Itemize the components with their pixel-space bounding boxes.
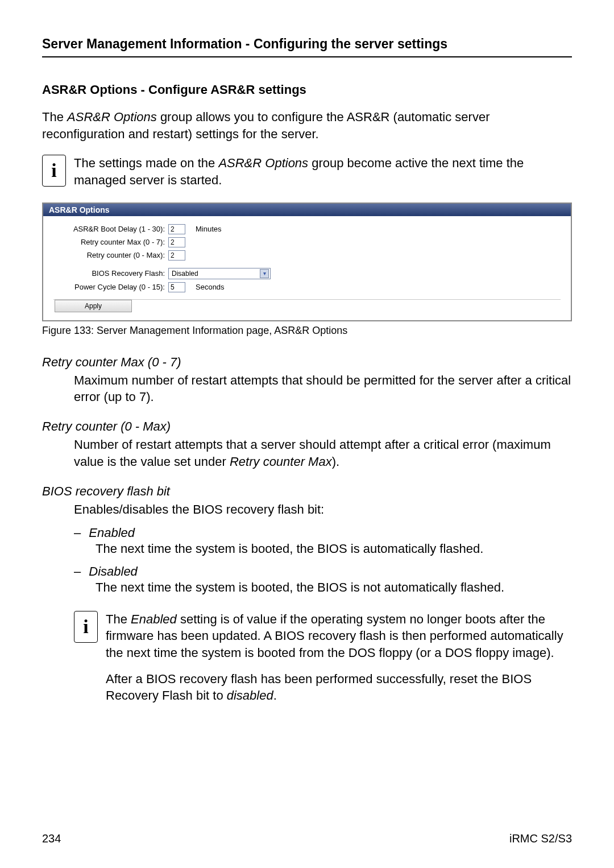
- row-bios-flash: BIOS Recovery Flash: Disabled ▾: [53, 268, 561, 279]
- power-delay-input[interactable]: 5: [168, 282, 185, 292]
- retry-input[interactable]: 2: [168, 250, 185, 261]
- intro-italic: ASR&R Options: [67, 110, 157, 124]
- figure-caption: Figure 133: Server Management Informatio…: [42, 325, 572, 337]
- def-retry-post: ).: [332, 454, 339, 469]
- retry-max-label: Retry counter Max (0 - 7):: [53, 238, 168, 246]
- row-power-delay: Power Cycle Delay (0 - 15): 5 Seconds: [53, 282, 561, 292]
- dash-icon: –: [74, 526, 81, 540]
- term-retry-max: Retry counter Max (0 - 7): [42, 355, 572, 370]
- bios-flash-label: BIOS Recovery Flash:: [53, 269, 168, 278]
- figure-body: ASR&R Boot Delay (1 - 30): 2 Minutes Ret…: [43, 216, 571, 320]
- term-retry: Retry counter (0 - Max): [42, 419, 572, 434]
- row-retry-max: Retry counter Max (0 - 7): 2: [53, 237, 561, 247]
- info-icon-glyph: i: [51, 161, 56, 180]
- def-bios: Enables/disables the BIOS recovery flash…: [74, 501, 572, 518]
- bios-subnote: i The Enabled setting is of value if the…: [74, 611, 572, 713]
- note-block: i The settings made on the ASR&R Options…: [42, 155, 572, 188]
- subnote2-italic: disabled: [227, 688, 273, 702]
- dash-icon: –: [74, 564, 81, 579]
- note1-pre: The settings made on the: [74, 156, 218, 170]
- retry-max-input[interactable]: 2: [168, 237, 185, 247]
- subnote-text: The Enabled setting is of value if the o…: [106, 611, 572, 713]
- retry-label: Retry counter (0 - Max):: [53, 251, 168, 259]
- footer-right: iRMC S2/S3: [509, 832, 572, 845]
- page-header: Server Management Information - Configur…: [42, 36, 572, 52]
- subnote-pre: The: [106, 612, 131, 626]
- enabled-label: Enabled: [89, 526, 135, 540]
- figure-titlebar: ASR&R Options: [43, 204, 571, 216]
- chevron-down-icon: ▾: [260, 269, 269, 278]
- disabled-label: Disabled: [89, 564, 138, 579]
- row-retry: Retry counter (0 - Max): 2: [53, 250, 561, 261]
- apply-button[interactable]: Apply: [55, 300, 132, 312]
- subnote-italic1: Enabled: [131, 612, 177, 626]
- subnote2-post: .: [273, 688, 277, 702]
- bios-flash-value: Disabled: [172, 270, 198, 278]
- disabled-text: The next time the system is booted, the …: [96, 579, 572, 596]
- power-delay-unit: Seconds: [196, 283, 225, 291]
- info-icon: i: [42, 155, 66, 187]
- def-retry-italic: Retry counter Max: [230, 454, 332, 469]
- boot-delay-unit: Minutes: [196, 225, 222, 233]
- subitem-disabled: – Disabled The next time the system is b…: [74, 564, 572, 596]
- section-title: ASR&R Options - Configure ASR&R settings: [42, 82, 572, 97]
- subnote2-pre: After a BIOS recovery flash has been per…: [106, 672, 532, 703]
- boot-delay-input[interactable]: 2: [168, 224, 185, 234]
- figure-panel: ASR&R Options ASR&R Boot Delay (1 - 30):…: [42, 202, 572, 321]
- def-retry: Number of restart attempts that a server…: [74, 436, 572, 470]
- info-icon: i: [74, 611, 98, 643]
- subitem-enabled: – Enabled The next time the system is bo…: [74, 526, 572, 557]
- bios-sublist: – Enabled The next time the system is bo…: [74, 526, 572, 602]
- info-icon-glyph: i: [83, 617, 88, 636]
- page-footer: 234 iRMC S2/S3: [42, 832, 572, 845]
- intro-paragraph: The ASR&R Options group allows you to co…: [42, 109, 572, 142]
- note-text: The settings made on the ASR&R Options g…: [74, 155, 572, 188]
- power-delay-label: Power Cycle Delay (0 - 15):: [53, 283, 168, 291]
- row-boot-delay: ASR&R Boot Delay (1 - 30): 2 Minutes: [53, 224, 561, 234]
- header-rule: [42, 56, 572, 57]
- note1-italic: ASR&R Options: [218, 156, 308, 170]
- boot-delay-label: ASR&R Boot Delay (1 - 30):: [53, 225, 168, 233]
- def-retry-max: Maximum number of restart attempts that …: [74, 372, 572, 406]
- page-number: 234: [42, 832, 61, 845]
- enabled-text: The next time the system is booted, the …: [96, 540, 572, 557]
- term-bios: BIOS recovery flash bit: [42, 484, 572, 499]
- bios-flash-select[interactable]: Disabled ▾: [168, 268, 271, 279]
- intro-lead: The: [42, 110, 67, 124]
